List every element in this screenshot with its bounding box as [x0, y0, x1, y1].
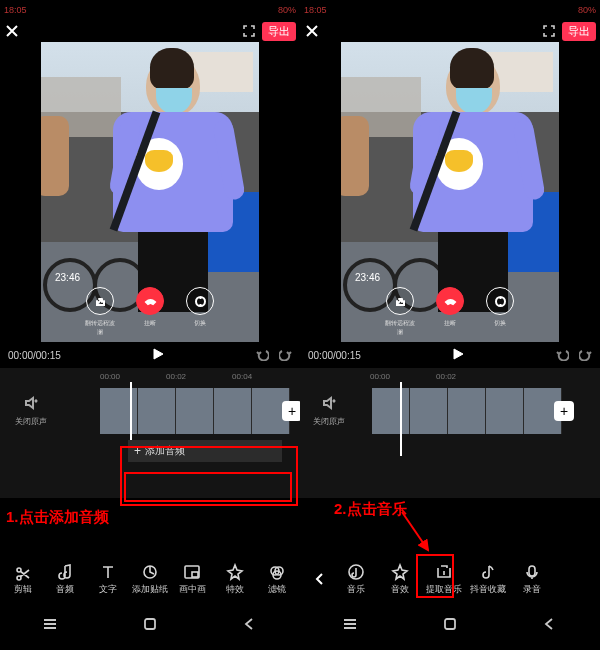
- effect-icon: [226, 563, 244, 581]
- video-preview[interactable]: 23:46 翻转远程波澜 挂断 切换: [41, 42, 259, 342]
- tool-effect[interactable]: 特效: [215, 563, 255, 596]
- call-share-button[interactable]: [86, 287, 114, 315]
- douyin-icon: [479, 563, 497, 581]
- audio-tool-douyin[interactable]: 抖音收藏: [468, 563, 508, 596]
- recents-icon: [42, 616, 58, 632]
- video-clip[interactable]: +: [100, 388, 290, 434]
- svg-rect-9: [529, 566, 535, 576]
- call-timer: 23:46: [55, 272, 80, 283]
- mute-original-button[interactable]: 关闭原声: [6, 396, 56, 428]
- audio-tool-music[interactable]: 音乐: [336, 563, 376, 596]
- editor-header: 导出: [300, 20, 600, 42]
- redo-button[interactable]: [579, 348, 592, 363]
- tool-filter[interactable]: 滤镜: [257, 563, 297, 596]
- close-icon: [6, 25, 18, 37]
- audio-tool-extract[interactable]: 提取音乐: [424, 563, 464, 596]
- nav-home[interactable]: [442, 616, 458, 636]
- audio-toolbar: 音乐音效提取音乐抖音收藏录音: [300, 554, 600, 604]
- call-end-button[interactable]: [136, 287, 164, 315]
- mute-original-button[interactable]: 关闭原声: [304, 396, 354, 428]
- speaker-mute-icon: [24, 396, 38, 410]
- close-button[interactable]: [304, 23, 320, 39]
- export-button[interactable]: 导出: [562, 22, 596, 41]
- record-icon: [523, 563, 541, 581]
- camera-switch-icon: [494, 295, 507, 308]
- extract-icon: [435, 563, 453, 581]
- editor-panel-left: 18:05 80% 导出 23:46: [0, 0, 300, 368]
- expand-icon[interactable]: [242, 24, 256, 38]
- nav-recents[interactable]: [42, 616, 58, 636]
- tool-sticker[interactable]: 添加贴纸: [130, 563, 170, 596]
- audio-icon: [56, 563, 74, 581]
- editor-panel-right: 18:05 80% 导出 23:46: [300, 0, 600, 368]
- status-bar: 18:05 80%: [0, 0, 300, 20]
- call-switch-button[interactable]: [186, 287, 214, 315]
- close-button[interactable]: [4, 23, 20, 39]
- call-timer: 23:46: [355, 272, 380, 283]
- tool-pip[interactable]: 画中画: [172, 563, 212, 596]
- main-toolbar: 剪辑音频文字添加贴纸画中画特效滤镜: [0, 554, 300, 604]
- video-preview[interactable]: 23:46 翻转远程波澜 挂断 切换: [341, 42, 559, 342]
- player-controls: 00:00/00:15: [300, 342, 600, 368]
- close-icon: [306, 25, 318, 37]
- speaker-mute-icon: [322, 396, 336, 410]
- filter-icon: [268, 563, 286, 581]
- status-bar: 18:05 80%: [300, 0, 600, 20]
- playhead[interactable]: [400, 382, 402, 456]
- player-controls: 00:00/00:15: [0, 342, 300, 368]
- call-share-button[interactable]: [386, 287, 414, 315]
- device-navbar: [0, 612, 300, 640]
- undo-button[interactable]: [256, 348, 269, 363]
- add-clip-button[interactable]: +: [554, 401, 574, 421]
- annotation-step1: 1.点击添加音频: [6, 508, 109, 527]
- timeline-ruler: 00:0000:0200:04: [0, 368, 300, 383]
- svg-rect-11: [445, 619, 455, 629]
- audio-tool-record[interactable]: 录音: [512, 563, 552, 596]
- export-button[interactable]: 导出: [262, 22, 296, 41]
- redo-button[interactable]: [279, 348, 292, 363]
- add-clip-button[interactable]: +: [282, 401, 302, 421]
- play-button[interactable]: [451, 347, 465, 363]
- soundfx-icon: [391, 563, 409, 581]
- undo-button[interactable]: [556, 348, 569, 363]
- tool-audio[interactable]: 音频: [45, 563, 85, 596]
- timeline[interactable]: 00:0000:0200:04 关闭原声 + 添加音频: [0, 368, 300, 498]
- nav-home[interactable]: [142, 616, 158, 636]
- tool-cut[interactable]: 剪辑: [3, 563, 43, 596]
- editor-header: 导出: [0, 20, 300, 42]
- sticker-icon: [141, 563, 159, 581]
- audio-tool-soundfx[interactable]: 音效: [380, 563, 420, 596]
- home-icon: [142, 616, 158, 632]
- time-display: 00:00/00:15: [308, 350, 361, 361]
- phone-down-icon: [144, 295, 157, 308]
- annotation-arrow: [398, 508, 438, 562]
- home-icon: [442, 616, 458, 632]
- cut-icon: [14, 563, 32, 581]
- timeline[interactable]: 00:0000:02 关闭原声 +: [300, 368, 600, 498]
- svg-rect-10: [145, 619, 155, 629]
- share-icon: [94, 295, 107, 308]
- recents-icon: [342, 616, 358, 632]
- back-icon: [542, 616, 558, 632]
- chevron-left-icon: [315, 572, 325, 586]
- call-switch-button[interactable]: [486, 287, 514, 315]
- music-icon: [347, 563, 365, 581]
- call-overlay: 23:46 翻转远程波澜 挂断 切换: [341, 272, 559, 342]
- tool-text[interactable]: 文字: [88, 563, 128, 596]
- time-display: 00:00/00:15: [8, 350, 61, 361]
- phone-down-icon: [444, 295, 457, 308]
- play-button[interactable]: [151, 347, 165, 363]
- add-audio-track-button[interactable]: 添加音频: [128, 440, 282, 462]
- call-end-button[interactable]: [436, 287, 464, 315]
- camera-switch-icon: [194, 295, 207, 308]
- svg-rect-4: [192, 572, 198, 577]
- nav-back[interactable]: [242, 616, 258, 636]
- pip-icon: [183, 563, 201, 581]
- nav-recents[interactable]: [342, 616, 358, 636]
- toolbar-back-button[interactable]: [308, 559, 332, 599]
- nav-back[interactable]: [542, 616, 558, 636]
- device-navbar: [300, 612, 600, 640]
- add-audio-label: 添加音频: [145, 444, 185, 458]
- expand-icon[interactable]: [542, 24, 556, 38]
- annotation-step2: 2.点击音乐: [334, 500, 407, 519]
